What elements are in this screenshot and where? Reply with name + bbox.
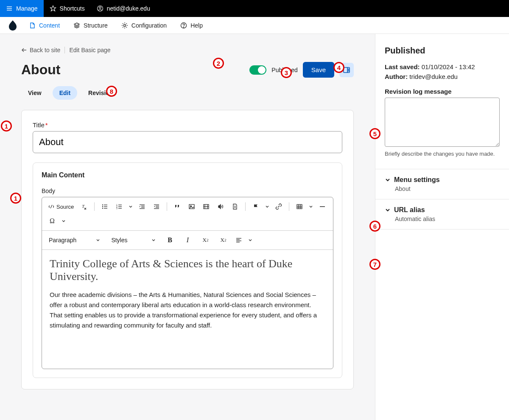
source-button[interactable]: Source — [46, 203, 76, 210]
tab-revisions[interactable]: Revisions — [81, 86, 123, 100]
paragraph-format-label: Paragraph — [49, 237, 76, 244]
tab-view[interactable]: View — [21, 86, 48, 100]
menu-settings-accordion[interactable]: Menu settings About — [375, 169, 509, 199]
editor-content[interactable]: Trinity College of Arts & Sciences is th… — [42, 250, 333, 369]
styles-dropdown[interactable]: Styles — [109, 235, 158, 245]
svg-rect-58 — [236, 242, 240, 242]
nav-configuration[interactable]: Configuration — [115, 17, 173, 34]
revision-log-textarea[interactable] — [385, 98, 500, 147]
image-button[interactable] — [186, 201, 198, 213]
manage-menu[interactable]: Manage — [0, 0, 44, 17]
svg-marker-35 — [140, 206, 140, 207]
special-char-button[interactable]: Ω — [46, 215, 58, 227]
hamburger-icon — [6, 5, 13, 12]
chevron-down-icon — [385, 177, 391, 183]
nav-content[interactable]: Content — [23, 17, 66, 34]
svg-rect-38 — [156, 207, 159, 207]
user-menu[interactable]: netid@duke.edu — [91, 0, 156, 17]
nav-help-label: Help — [190, 22, 203, 29]
table-button[interactable] — [294, 201, 305, 213]
subscript-button[interactable]: X2 — [218, 234, 229, 246]
svg-rect-39 — [154, 208, 159, 209]
svg-point-23 — [102, 208, 103, 209]
dropdown-chevron-3[interactable] — [308, 201, 314, 213]
breadcrumb-current: Edit Basic page — [69, 47, 110, 53]
numbered-list-button[interactable]: 123 — [113, 201, 125, 213]
indent-button[interactable] — [151, 201, 162, 213]
save-button[interactable]: Save — [303, 62, 334, 78]
star-icon — [50, 5, 56, 12]
url-alias-sub: Automatic alias — [395, 216, 500, 222]
nav-configuration-label: Configuration — [131, 22, 167, 29]
blockquote-button[interactable] — [171, 201, 183, 213]
bold-button[interactable]: B — [164, 234, 176, 246]
dropdown-chevron-5[interactable] — [248, 238, 254, 242]
svg-point-13 — [348, 69, 349, 70]
user-label: netid@duke.edu — [107, 5, 150, 12]
dropdown-chevron-1[interactable] — [128, 201, 134, 213]
dropdown-chevron-2[interactable] — [264, 201, 270, 213]
media-button[interactable] — [200, 201, 212, 213]
published-toggle[interactable] — [249, 65, 266, 75]
flag-button[interactable] — [250, 201, 262, 213]
breadcrumb: Back to site Edit Basic page — [21, 47, 354, 53]
shortcuts-label: Shortcuts — [60, 5, 85, 12]
sidebar-toggle-button[interactable] — [339, 63, 354, 77]
chevron-down-icon — [385, 207, 391, 213]
svg-text:3: 3 — [116, 207, 117, 210]
url-alias-accordion[interactable]: URL alias Automatic alias — [375, 199, 509, 230]
document-button[interactable] — [229, 201, 241, 213]
drupal-logo-icon[interactable] — [4, 20, 21, 31]
svg-point-21 — [102, 206, 103, 207]
manage-label: Manage — [16, 5, 38, 12]
superscript-button[interactable]: X2 — [200, 234, 212, 246]
bullet-list-button[interactable] — [99, 201, 111, 213]
title-input[interactable] — [33, 131, 342, 153]
svg-rect-32 — [141, 206, 145, 206]
svg-point-7 — [123, 24, 126, 26]
svg-rect-20 — [104, 204, 107, 205]
body-paragraph: Our three academic divisions – the Arts … — [50, 290, 325, 330]
body-label: Body — [42, 188, 333, 194]
svg-point-14 — [348, 70, 349, 71]
styles-label: Styles — [111, 237, 127, 244]
outdent-button[interactable] — [136, 201, 148, 213]
sidebar-status: Published — [385, 46, 500, 56]
audio-button[interactable] — [215, 201, 227, 213]
shortcuts-menu[interactable]: Shortcuts — [44, 0, 91, 17]
svg-rect-26 — [118, 204, 122, 205]
svg-rect-24 — [104, 208, 107, 208]
body-heading: Trinity College of Arts & Sciences is th… — [50, 258, 325, 283]
nav-structure[interactable]: Structure — [67, 17, 114, 34]
clear-format-button[interactable]: T — [78, 201, 90, 213]
svg-point-5 — [99, 7, 101, 8]
source-icon — [48, 203, 55, 210]
svg-rect-22 — [104, 206, 107, 207]
italic-button[interactable]: I — [182, 234, 194, 246]
published-label: Published — [271, 67, 298, 73]
back-to-site-link[interactable]: Back to site — [21, 47, 60, 53]
svg-marker-40 — [154, 206, 155, 207]
svg-rect-57 — [236, 241, 241, 241]
file-icon — [29, 22, 36, 29]
help-icon — [180, 22, 187, 29]
svg-rect-30 — [118, 208, 122, 208]
svg-rect-31 — [140, 204, 145, 205]
svg-rect-49 — [297, 204, 302, 209]
link-button[interactable] — [273, 201, 285, 213]
wysiwyg-editor: Source T 123 — [42, 197, 333, 369]
tab-edit[interactable]: Edit — [53, 86, 77, 100]
last-saved: Last saved: 01/10/2024 - 13:42 — [385, 63, 500, 70]
svg-rect-37 — [156, 206, 159, 206]
revision-log-label: Revision log message — [385, 88, 500, 95]
dropdown-chevron-4[interactable] — [61, 215, 67, 227]
svg-rect-11 — [344, 67, 350, 73]
menu-settings-title: Menu settings — [394, 176, 440, 184]
editor-toolbar-1: Source T 123 — [42, 197, 333, 231]
menu-settings-sub: About — [395, 185, 500, 192]
align-button[interactable] — [235, 237, 242, 244]
paragraph-format-dropdown[interactable]: Paragraph — [46, 235, 103, 245]
editor-toolbar-2: Paragraph Styles B I X2 X2 — [42, 231, 333, 250]
hr-button[interactable] — [316, 201, 328, 213]
nav-help[interactable]: Help — [174, 17, 209, 34]
